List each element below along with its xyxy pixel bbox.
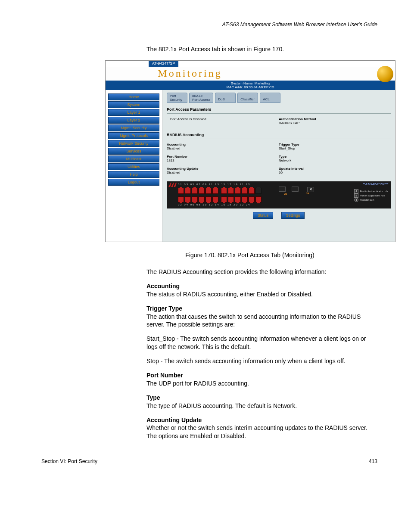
legend-reg-text: Regular port [360, 199, 374, 201]
legend-s-icon: S [354, 193, 358, 198]
port-15[interactable] [228, 188, 234, 194]
port-10[interactable] [206, 196, 212, 202]
port-access-status: Port Access is Disabled [167, 117, 279, 121]
port-03[interactable] [185, 188, 191, 194]
screenshot-figure: AT-9424T/SP Monitoring System Name: Mark… [105, 60, 395, 242]
port-21[interactable] [249, 188, 255, 194]
auth-method-label: Authentication Method [279, 117, 391, 121]
figure-caption: Figure 170. 802.1x Port Access Tab (Moni… [105, 252, 395, 258]
def-accounting-text: The status of RADIUS accounting, either … [146, 290, 377, 299]
system-name: System Name: Marketing [106, 81, 394, 85]
port-01[interactable] [178, 188, 184, 194]
nav-mgmt-security[interactable]: Mgmt. Security [108, 124, 159, 131]
nav-mgmt-protocols[interactable]: Mgmt. Protocols [108, 132, 159, 139]
sfp-23[interactable] [279, 187, 286, 192]
accounting-value: Disabled [167, 146, 279, 150]
accupd-label: Accounting Update [167, 167, 279, 171]
tab-port-security[interactable]: Port Security [167, 93, 187, 103]
status-button[interactable]: Status [253, 212, 274, 219]
port-14[interactable] [221, 196, 227, 202]
type-value: Network [279, 159, 391, 162]
divider [167, 139, 391, 139]
tab-dos[interactable]: DoS [215, 93, 236, 103]
portnum-value: 1813 [167, 159, 279, 162]
trigger-label: Trigger Type [279, 143, 391, 146]
radius-intro: The RADIUS Accounting section provides t… [146, 268, 377, 276]
intro-text: The 802.1x Port Access tab is shown in F… [146, 46, 377, 53]
tab-label: 802.1x [192, 94, 210, 98]
def-accupd-text: Whether or not the switch sends interim … [146, 424, 377, 440]
divider [167, 113, 391, 114]
updint-label: Update Interval [279, 167, 391, 171]
port-07[interactable] [199, 188, 205, 194]
port-16[interactable] [228, 196, 234, 202]
nav-home[interactable]: Home [108, 93, 159, 100]
settings-button[interactable]: Settings [281, 212, 305, 219]
monitoring-title: Monitoring [158, 68, 222, 79]
globe-icon [377, 66, 393, 82]
def-trigger-start: Start_Stop - The switch sends accounting… [146, 335, 377, 351]
def-accupd-head: Accounting Update [146, 416, 377, 424]
port-24[interactable] [255, 196, 262, 202]
nav-multicast[interactable]: Multicast [108, 156, 159, 162]
auth-method-value: RADIUS EAP [279, 121, 391, 125]
tab-label: Port Access [192, 98, 210, 102]
sfp-23b[interactable] [292, 187, 299, 192]
def-portnum-head: Port Number [146, 371, 377, 380]
accounting-label: Accounting [167, 143, 279, 146]
port-11[interactable] [212, 188, 218, 194]
port-bot-numbers: 02 04 06 08 10 12 14 16 18 20 22 24 [178, 203, 388, 206]
nav-layer2[interactable]: Layer 2 [108, 117, 159, 124]
legend-s-text: Port in Supplicant role [360, 194, 385, 197]
port-05[interactable] [192, 188, 198, 194]
port-20[interactable] [242, 196, 248, 202]
type-label: Type [279, 155, 391, 159]
nav-network-security[interactable]: Network Security [108, 140, 159, 147]
nav-logout[interactable]: Logout [108, 179, 159, 186]
footer-page: 413 [369, 458, 377, 464]
nav-column: Home System Layer 1 Layer 2 Mgmt. Securi… [106, 90, 162, 242]
vendor-logo-icon [168, 183, 178, 187]
legend-a-text: Port in Authenticator role [360, 190, 388, 193]
panel-column: Port Security 802.1x Port Access DoS Cla… [162, 90, 395, 242]
portnum-label: Port Number [167, 155, 279, 159]
def-type-text: The type of RADIUS accounting. The defau… [146, 402, 377, 410]
port-17[interactable] [235, 188, 241, 194]
def-type-head: Type [146, 394, 377, 402]
port-13[interactable] [221, 188, 227, 194]
port-19[interactable] [242, 188, 248, 194]
def-trigger-stop: Stop - The switch sends accounting infor… [146, 357, 377, 365]
updint-value: 60 [279, 171, 391, 174]
port-22[interactable] [249, 196, 255, 202]
nav-system[interactable]: System [108, 101, 159, 108]
footer-section: Section VI: Port Security [41, 458, 97, 464]
tab-classifier[interactable]: Classifier [237, 93, 258, 103]
tab-label: Port [170, 94, 184, 98]
sfp-24[interactable]: ✕ [307, 187, 314, 192]
nav-help[interactable]: Help [108, 171, 159, 178]
port-18[interactable] [235, 196, 241, 202]
port-23[interactable] [255, 188, 262, 194]
model-bar: AT-9424T/SP [149, 61, 178, 67]
legend-reg-icon: ● [354, 198, 358, 202]
panel-model: **AT-9424T/SP** [362, 182, 388, 186]
port-panel: **AT-9424T/SP** 01 03 05 07 09 11 13 15 … [167, 181, 391, 208]
port-02[interactable] [178, 196, 184, 202]
nav-layer1[interactable]: Layer 1 [108, 109, 159, 116]
tab-acl[interactable]: ACL [260, 93, 280, 103]
def-trigger-head: Trigger Type [146, 305, 377, 313]
port-09[interactable] [206, 188, 212, 194]
tab-port-access[interactable]: 802.1x Port Access [189, 93, 213, 103]
legend-a-icon: A [354, 189, 358, 193]
accupd-value: Disabled [167, 171, 279, 174]
trigger-value: Start_Stop [279, 146, 391, 150]
port-08[interactable] [199, 196, 205, 202]
port-04[interactable] [185, 196, 191, 202]
port-06[interactable] [192, 196, 198, 202]
port-12[interactable] [212, 196, 218, 202]
def-accounting-head: Accounting [146, 282, 377, 290]
tab-label: Security [170, 98, 184, 102]
def-portnum-text: The UDP port for RADIUS accounting. [146, 380, 377, 388]
nav-utilities[interactable]: Utilities [108, 163, 159, 170]
nav-services[interactable]: Services [108, 148, 159, 155]
